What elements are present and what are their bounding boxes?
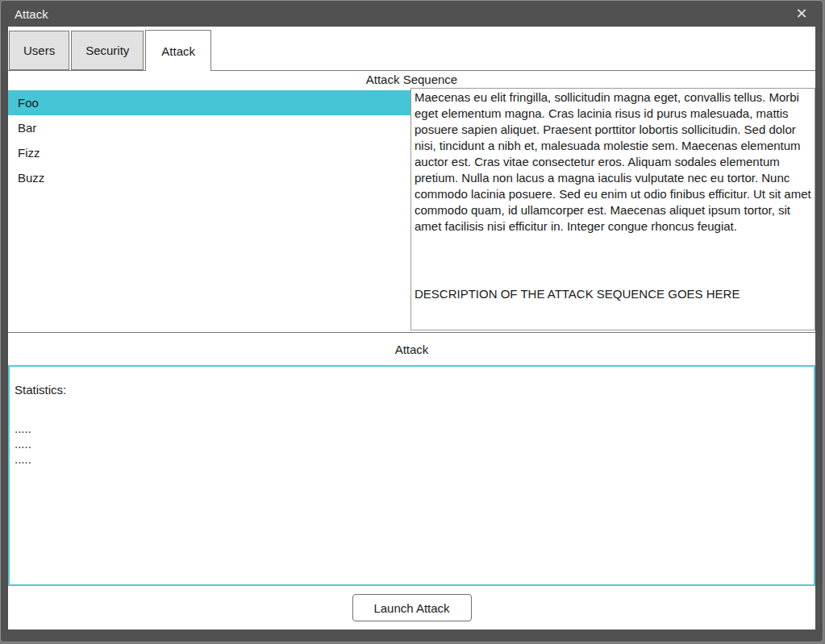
tab-users[interactable]: Users	[9, 31, 69, 70]
attack-window: Attack ✕ Users Security Attack Attack Se…	[0, 0, 823, 642]
attack-group: Attack Statistics: ..... ..... ..... Lau…	[8, 333, 815, 629]
attack-group-label: Attack	[8, 333, 815, 365]
list-item-foo[interactable]: Foo	[8, 90, 410, 115]
launch-attack-button[interactable]: Launch Attack	[352, 594, 472, 621]
statistics-line: .....	[15, 421, 809, 436]
window-title: Attack	[15, 7, 785, 21]
window-content: Users Security Attack Attack Sequence Fo…	[8, 27, 815, 629]
attack-sequence-body: Foo Bar Fizz Buzz Maecenas eu elit fring…	[8, 88, 815, 332]
attack-sequence-group: Attack Sequence Foo Bar Fizz Buzz Maecen…	[8, 71, 815, 333]
tab-strip: Users Security Attack	[8, 30, 815, 71]
statistics-panel: Statistics: ..... ..... .....	[8, 365, 815, 586]
statistics-line: .....	[15, 436, 809, 451]
close-icon[interactable]: ✕	[785, 1, 818, 27]
statistics-heading: Statistics:	[15, 383, 809, 397]
list-item-bar[interactable]: Bar	[8, 115, 410, 140]
tab-security[interactable]: Security	[71, 31, 144, 70]
button-row: Launch Attack	[8, 586, 815, 629]
sequence-description-box: Maecenas eu elit fringilla, sollicitudin…	[410, 88, 815, 330]
sequence-description-paragraph: Maecenas eu elit fringilla, sollicitudin…	[415, 89, 811, 235]
tab-attack[interactable]: Attack	[145, 30, 211, 71]
sequence-description-placeholder: DESCRIPTION OF THE ATTACK SEQUENCE GOES …	[415, 286, 811, 302]
attack-sequence-listbox[interactable]: Foo Bar Fizz Buzz	[8, 88, 410, 332]
titlebar[interactable]: Attack ✕	[1, 1, 823, 27]
list-item-fizz[interactable]: Fizz	[8, 140, 410, 165]
attack-sequence-group-label: Attack Sequence	[8, 71, 815, 88]
statistics-line: .....	[15, 451, 809, 467]
list-item-buzz[interactable]: Buzz	[8, 165, 410, 190]
